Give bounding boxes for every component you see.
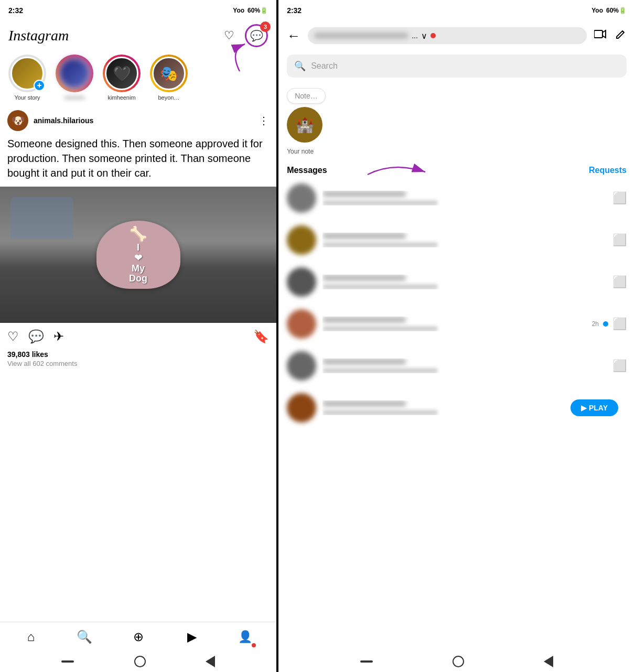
android-nav-pill[interactable] [61,660,74,663]
story-your-story[interactable]: + Your story [7,55,47,101]
message-preview [322,200,438,205]
beyonce-ring: 🎭 [150,55,188,92]
message-avatar [287,351,316,381]
search-nav-button[interactable]: 🔍 [72,624,97,649]
camera-icon[interactable]: ⬜ [612,359,627,373]
left-status-bar: 2:32 Yoo 60%🔋 [0,0,276,21]
android-nav-back[interactable] [206,656,215,667]
message-actions: ⬜ [612,359,627,373]
profile-notification-dot [252,643,256,647]
camera-icon[interactable]: ⬜ [612,275,627,289]
dropdown-dots: ... [412,31,418,40]
right-android-nav-circle[interactable] [453,656,464,667]
search-icon: 🔍 [294,60,306,72]
messages-title: Messages [287,166,327,175]
message-avatar [287,267,316,297]
unread-indicator [603,321,608,327]
car-background: 🦴 I❤MyDog [0,187,276,323]
post-actions: ♡ 💬 ✈ 🔖 [0,323,276,350]
post-avatar: 🐶 [7,110,28,131]
message-preview [322,284,438,289]
back-button[interactable]: ← [287,28,300,44]
instagram-logo: Instagram [8,27,69,44]
message-item[interactable]: 2h ⬜ [278,303,635,345]
username-pill: ... ∨ [308,27,587,44]
message-actions: ▶ PLAY [562,395,627,420]
add-story-button[interactable]: + [34,80,45,91]
message-name [322,317,406,323]
message-actions: ⬜ [612,191,627,205]
message-avatar [287,225,316,255]
beyonce-avatar: 🎭 [152,57,186,90]
your-note-label: Your note [287,148,314,155]
message-item[interactable]: ▶ PLAY [278,387,635,429]
requests-arrow [362,159,436,185]
right-top-nav: ← ... ∨ [278,21,635,50]
camera-icon[interactable]: ⬜ [612,233,627,247]
play-button[interactable]: ▶ PLAY [571,399,618,416]
messages-header: Messages Requests [278,161,635,177]
arrow-annotation [198,40,261,77]
post-stats: 39,803 likes View all 602 comments [0,350,276,371]
message-actions: ⬜ [612,233,627,247]
left-time: 2:32 [8,6,23,15]
android-nav-circle[interactable] [134,656,146,667]
more-options-button[interactable]: ⋮ [259,114,269,127]
your-story-label: Your story [14,94,40,101]
message-preview [322,368,438,373]
dropdown-chevron[interactable]: ∨ [421,31,427,41]
message-item[interactable]: ⬜ [278,219,635,261]
sticker-text: I❤MyDog [129,243,147,284]
comments-link[interactable]: View all 602 comments [7,360,269,367]
message-avatar [287,393,316,422]
message-item[interactable]: ⬜ [278,177,635,219]
right-android-nav-pill[interactable] [360,660,373,663]
message-preview [322,242,438,247]
camera-icon[interactable]: ⬜ [612,191,627,205]
beyonce-label: beyon… [158,94,180,101]
profile-button[interactable]: 👤 [233,624,258,649]
video-call-button[interactable] [594,29,607,42]
edit-button[interactable] [615,28,627,43]
svg-rect-1 [594,30,602,38]
messenger-badge: 3 [260,21,271,32]
message-actions: 2h ⬜ [592,317,627,331]
bookmark-button[interactable]: 🔖 [253,329,269,344]
message-name [322,275,406,281]
message-name [322,400,406,407]
post-username[interactable]: animals.hilarious [34,116,253,125]
right-status-bar: 2:32 Yoo 60%🔋 [278,0,635,21]
share-button[interactable]: ✈ [53,329,64,344]
note-bubble[interactable]: Note… [287,88,326,104]
home-button[interactable]: ⌂ [18,624,44,649]
post-header: 🐶 animals.hilarious ⋮ [0,105,276,136]
message-preview [322,326,438,331]
beyonce-wrapper: 🎭 [150,55,188,92]
right-panel: 2:32 Yoo 60%🔋 ← ... ∨ [278,0,635,672]
car-window [10,197,73,239]
message-item[interactable]: ⬜ [278,345,635,387]
left-android-nav [0,651,276,672]
message-item[interactable]: ⬜ [278,261,635,303]
blurred-story-label: •••••••••• [64,94,85,101]
post-image: 🦴 I❤MyDog [0,187,276,323]
camera-icon[interactable]: ⬜ [612,317,627,331]
message-info [322,400,556,415]
add-post-button[interactable]: ⊕ [126,624,151,649]
reels-button[interactable]: ▶ [179,624,205,649]
message-info [322,233,606,247]
message-info [322,191,606,205]
kimheenim-label: kimheenim [107,94,135,101]
likes-count: 39,803 likes [7,350,269,359]
requests-link[interactable]: Requests [589,166,627,175]
right-android-nav [278,651,635,672]
story-beyonce[interactable]: 🎭 beyon… [149,55,189,101]
post-text: Someone designed this. Then someone appr… [0,136,276,187]
story-blurred[interactable]: •••••••••• [55,55,94,101]
like-button[interactable]: ♡ [7,329,19,344]
story-kimheenim[interactable]: 🖤 kimheenim [102,55,142,101]
search-bar[interactable]: 🔍 Search [287,55,627,78]
comment-button[interactable]: 💬 [28,329,44,344]
message-name [322,233,406,239]
right-android-nav-back[interactable] [544,656,553,667]
